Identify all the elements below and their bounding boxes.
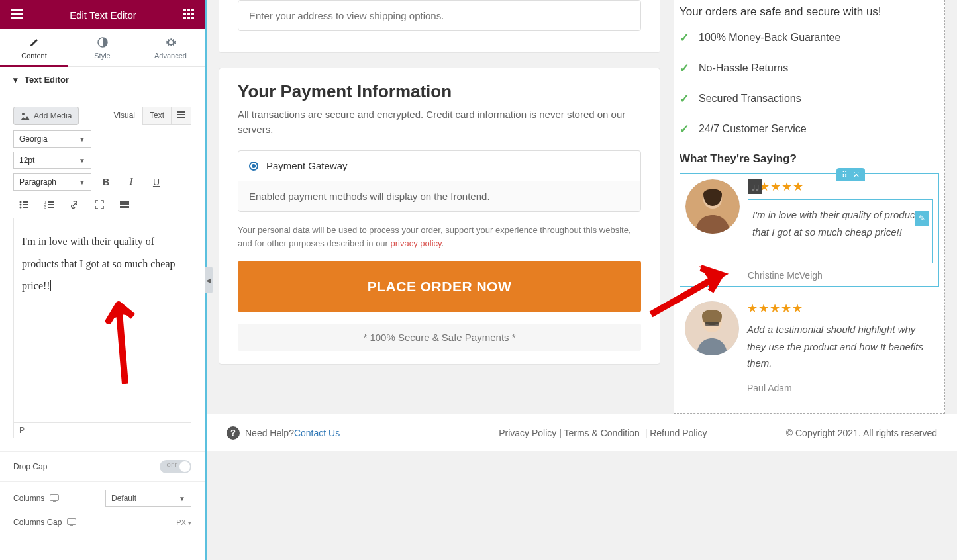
svg-rect-31 xyxy=(120,206,129,208)
copyright: © Copyright 2021. All rights reserved xyxy=(786,428,937,438)
testimonial-author: Christine McVeigh xyxy=(748,270,933,281)
svg-rect-24 xyxy=(48,201,54,203)
trust-item: ✓100% Money-Back Guarantee xyxy=(680,30,939,45)
terms-link[interactable]: Terms & Condition xyxy=(564,428,640,438)
font-size-select[interactable]: 12pt▼ xyxy=(13,152,91,169)
section-text-editor[interactable]: ▾ Text Editor xyxy=(0,67,205,93)
add-media-button[interactable]: Add Media xyxy=(13,107,79,125)
svg-rect-29 xyxy=(120,201,129,203)
testimonial-text[interactable]: I'm in love with their quality of produc… xyxy=(748,199,933,263)
edit-pencil-icon[interactable]: ✎ xyxy=(915,211,929,226)
svg-rect-0 xyxy=(11,9,23,11)
apps-grid-icon[interactable] xyxy=(179,5,198,25)
svg-rect-4 xyxy=(187,9,190,11)
check-icon: ✓ xyxy=(680,122,689,136)
svg-point-21 xyxy=(20,207,22,209)
tab-advanced[interactable]: Advanced xyxy=(136,29,205,66)
svg-rect-14 xyxy=(177,111,185,113)
trust-item: ✓24/7 Customer Service xyxy=(680,122,939,136)
testimonial-author: Paul Adam xyxy=(747,383,934,393)
check-icon: ✓ xyxy=(680,30,689,45)
italic-button[interactable]: I xyxy=(121,173,142,191)
svg-point-13 xyxy=(22,113,25,115)
fullscreen-button[interactable] xyxy=(89,195,110,214)
payment-gateway-box: Payment Gateway Enabled payment methods … xyxy=(238,150,641,212)
font-family-select[interactable]: Georgia▼ xyxy=(13,130,91,148)
svg-rect-28 xyxy=(48,207,54,208)
testimonial-widget[interactable]: ★★★★★ Add a testimonial should highlight… xyxy=(680,296,939,398)
sidebar-title: Edit Text Editor xyxy=(26,9,179,21)
testimonial-text: Add a testimonial should highlight why t… xyxy=(747,321,934,376)
check-icon: ✓ xyxy=(680,61,689,75)
svg-rect-18 xyxy=(23,201,28,203)
tab-style[interactable]: Style xyxy=(68,29,136,66)
svg-rect-6 xyxy=(183,13,186,15)
columns-select[interactable]: Default▼ xyxy=(105,490,191,507)
contact-us-link[interactable]: Contact Us xyxy=(294,428,340,438)
numbered-list-button[interactable]: 123 xyxy=(38,195,60,214)
drop-cap-control: Drop Cap OFF xyxy=(0,451,205,481)
check-icon: ✓ xyxy=(680,91,689,106)
bold-button[interactable]: B xyxy=(95,173,117,191)
toolbar-toggle-button[interactable] xyxy=(114,195,135,214)
sidebar-header: Edit Text Editor xyxy=(0,0,205,29)
svg-rect-5 xyxy=(191,9,194,11)
trust-item: ✓Secured Transactions xyxy=(680,91,939,106)
editor-tabs-nav: Content Style Advanced xyxy=(0,29,205,67)
svg-rect-8 xyxy=(191,13,194,15)
svg-rect-10 xyxy=(187,17,190,19)
svg-rect-9 xyxy=(183,17,186,19)
wysiwyg-editor[interactable]: I'm in love with their quality of produc… xyxy=(13,218,191,423)
svg-rect-15 xyxy=(177,114,185,115)
help-icon[interactable]: ? xyxy=(227,426,240,440)
link-button[interactable] xyxy=(64,195,85,214)
tab-content[interactable]: Content xyxy=(0,29,68,66)
avatar xyxy=(685,179,740,234)
responsive-icon[interactable] xyxy=(50,494,59,501)
svg-point-17 xyxy=(20,201,22,203)
responsive-icon[interactable] xyxy=(67,518,76,525)
column-handle-icon[interactable]: ▯▯ xyxy=(748,179,762,194)
bullet-list-button[interactable] xyxy=(13,195,34,214)
star-rating: ★★★★★ xyxy=(748,179,933,194)
testimonials-title: What They're Saying? xyxy=(680,152,939,165)
svg-rect-36 xyxy=(705,322,719,326)
payment-subtitle: All transactions are secure and encrypte… xyxy=(238,107,641,137)
block-format-select[interactable]: Paragraph▼ xyxy=(13,173,91,191)
page-footer: ? Need Help? Contact Us Privacy Policy |… xyxy=(207,414,957,451)
refund-policy-link[interactable]: Refund Policy xyxy=(650,428,707,438)
caret-down-icon: ▾ xyxy=(13,75,18,85)
hamburger-icon[interactable] xyxy=(7,5,26,24)
avatar xyxy=(685,301,739,355)
svg-point-19 xyxy=(20,204,22,206)
svg-rect-7 xyxy=(187,13,190,15)
svg-rect-26 xyxy=(48,204,54,205)
privacy-policy-link[interactable]: privacy policy xyxy=(391,238,442,248)
svg-rect-22 xyxy=(23,207,28,208)
svg-text:3: 3 xyxy=(44,205,46,209)
columns-gap-control: Columns Gap PX ▾ xyxy=(0,515,205,535)
payment-gateway-description: Enabled payment methods will display on … xyxy=(238,181,640,211)
editor-status-bar: P xyxy=(13,423,191,438)
secure-payments-note: * 100% Secure & Safe Payments * xyxy=(238,324,641,351)
editor-tab-visual[interactable]: Visual xyxy=(107,107,142,125)
privacy-notice: Your personal data will be used to proce… xyxy=(238,224,641,250)
svg-rect-11 xyxy=(191,17,194,19)
svg-rect-20 xyxy=(23,204,28,205)
place-order-button[interactable]: PLACE ORDER NOW xyxy=(238,261,641,312)
drop-cap-toggle[interactable]: OFF xyxy=(160,460,191,473)
trust-title: Your orders are safe and secure with us! xyxy=(680,5,939,19)
payment-gateway-option[interactable]: Payment Gateway xyxy=(238,151,640,181)
privacy-policy-link[interactable]: Privacy Policy xyxy=(499,428,556,438)
svg-rect-2 xyxy=(11,17,23,19)
svg-rect-30 xyxy=(120,203,129,205)
sidebar-collapse-handle[interactable]: ◀ xyxy=(205,267,213,293)
shipping-address-input[interactable] xyxy=(238,0,641,31)
radio-checked-icon xyxy=(249,162,258,171)
editor-tab-toolbar-toggle[interactable] xyxy=(172,107,191,125)
testimonial-widget-selected[interactable]: ▯▯ ★★★★★ I'm in love with their quality … xyxy=(680,173,939,287)
underline-button[interactable]: U xyxy=(146,173,167,191)
trust-item: ✓No-Hassle Returns xyxy=(680,61,939,75)
editor-tab-text[interactable]: Text xyxy=(142,107,172,125)
columns-control: Columns Default▼ xyxy=(0,481,205,515)
